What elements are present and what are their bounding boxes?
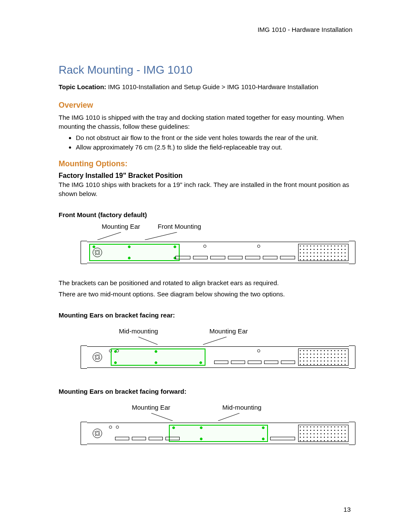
factory-text: The IMG 1010 ships with brackets for a 1… (59, 180, 352, 198)
overview-bullet-2: Allow approximately 76 cm (2.5 ft.) to s… (76, 143, 352, 152)
topic-location-label: Topic Location: (59, 83, 106, 90)
rear-caption: Mounting Ears on bracket facing rear: (59, 311, 352, 319)
device-chassis (84, 346, 352, 368)
diagram-label-mid-mounting: Mid-mounting (222, 404, 262, 411)
page-header: IMG 1010 - Hardware Installation (59, 26, 352, 33)
diagram-front-mount: Mounting Ear Front Mounting (84, 223, 352, 263)
bracket-note-2: There are two mid-mount options. See dia… (59, 290, 352, 299)
front-mount-caption: Front Mount (factory default) (59, 211, 352, 218)
svg-line-1 (145, 232, 177, 240)
device-chassis (84, 423, 352, 444)
svg-line-3 (203, 337, 227, 345)
vent-grille (298, 425, 349, 442)
topic-location: Topic Location: IMG 1010-Installation an… (59, 83, 352, 91)
svg-line-4 (151, 413, 173, 421)
vent-grille (298, 244, 349, 261)
diagram-leader-lines (84, 337, 352, 345)
diagram-leader-lines (84, 413, 352, 421)
page-number: 13 (343, 506, 351, 513)
factory-subheading: Factory Installed 19" Bracket Position (59, 172, 352, 180)
svg-line-0 (97, 232, 121, 240)
overview-bullets: Do not obstruct air flow to the front or… (59, 134, 352, 152)
diagram-label-front-mounting: Front Mounting (158, 223, 201, 230)
fan-icon (93, 429, 102, 438)
overview-intro: The IMG 1010 is shipped with the tray an… (59, 113, 352, 131)
section-mounting-heading: Mounting Options: (59, 159, 352, 168)
bracket-note-1: The brackets can be positioned and rotat… (59, 279, 352, 287)
overview-bullet-1: Do not obstruct air flow to the front or… (76, 134, 352, 142)
diagram-forward: Mounting Ear Mid-mounting (84, 404, 352, 444)
bracket-mid-forward (169, 425, 268, 442)
diagram-label-mounting-ear: Mounting Ear (132, 404, 170, 411)
bracket-mid-rear (111, 348, 206, 366)
diagram-label-mid-mounting: Mid-mounting (119, 327, 158, 335)
svg-line-5 (218, 413, 240, 421)
diagram-label-mounting-ear: Mounting Ear (209, 327, 248, 335)
device-chassis (84, 242, 352, 263)
page-title: Rack Mounting - IMG 1010 (59, 63, 352, 77)
bracket-front (89, 244, 180, 261)
diagram-label-mounting-ear: Mounting Ear (102, 223, 140, 230)
diagram-rear: Mid-mounting Mounting Ear (84, 327, 352, 368)
diagram-leader-lines (84, 232, 352, 240)
topic-location-path: IMG 1010-Installation and Setup Guide > … (108, 83, 318, 90)
forward-caption: Mounting Ears on bracket facing forward: (59, 388, 352, 395)
svg-line-2 (138, 337, 158, 345)
fan-icon (93, 352, 102, 362)
vent-grille (298, 348, 349, 366)
section-overview-heading: Overview (59, 101, 352, 110)
